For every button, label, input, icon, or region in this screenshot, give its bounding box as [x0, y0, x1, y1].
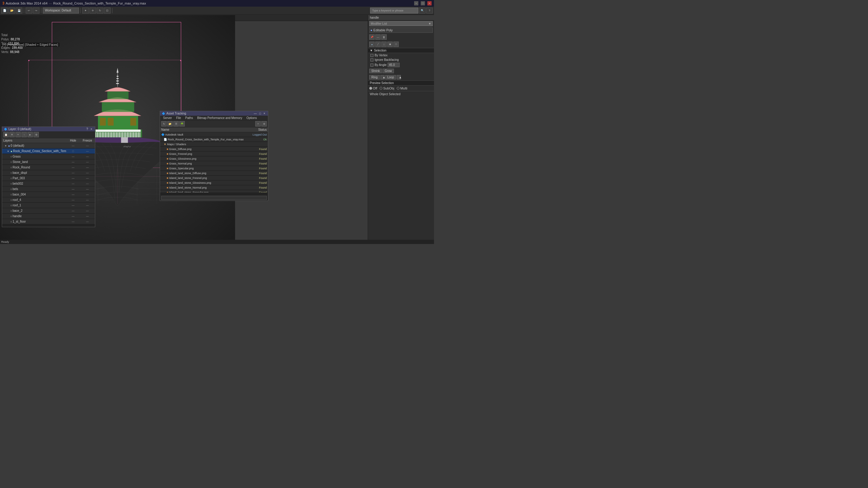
- open-button[interactable]: 📂: [8, 7, 15, 13]
- asset-row-island-diff[interactable]: ■ Island_land_stone_Diffuse.png Found: [160, 171, 268, 175]
- layer-hide-default[interactable]: —: [66, 144, 80, 147]
- asset-menu-file[interactable]: File: [174, 116, 183, 120]
- layer-move-sel-button[interactable]: ►: [27, 132, 33, 137]
- layer-hide-bels[interactable]: —: [66, 188, 80, 191]
- asset-row-grass-diff[interactable]: ■ Grass_Diffuse.png Found: [160, 147, 268, 152]
- layer-move-up-button[interactable]: ↑: [22, 132, 27, 137]
- layer-row-bace2[interactable]: ◊ bace_2 — —: [2, 208, 95, 214]
- layer-hide-bels002[interactable]: —: [66, 182, 80, 185]
- layer-hide-rock[interactable]: □: [66, 150, 80, 153]
- ring-arrow-btn[interactable]: ▲: [380, 75, 384, 79]
- scale-button[interactable]: ⊡: [104, 7, 111, 13]
- layer-row-handle[interactable]: ◊ handle — —: [2, 214, 95, 219]
- layer-freeze-roof4[interactable]: —: [80, 198, 95, 201]
- vertex-icon[interactable]: ●: [369, 41, 375, 47]
- asset-row-grass-fresnel[interactable]: ■ Grass_Fresnel.png Found: [160, 152, 268, 156]
- new-button[interactable]: 📄: [1, 7, 8, 13]
- asset-minimize-button[interactable]: —: [253, 112, 258, 115]
- unpin-icon[interactable]: —: [375, 34, 381, 40]
- asset-row-grass-spec[interactable]: ■ Grass_Specular.png Found: [160, 166, 268, 171]
- asset-help-button[interactable]: ?: [255, 121, 261, 127]
- edge-icon[interactable]: ╱: [375, 41, 381, 47]
- asset-maximize-button[interactable]: □: [258, 112, 262, 115]
- layer-hide-handle[interactable]: —: [66, 215, 80, 218]
- layer-freeze-floor1[interactable]: —: [80, 220, 95, 223]
- layer-hide-bace[interactable]: —: [66, 171, 80, 174]
- layer-add-button[interactable]: +: [16, 132, 21, 137]
- search-input[interactable]: Type a keyword or phrase: [370, 7, 418, 13]
- delete-icon[interactable]: 🗑: [381, 34, 387, 40]
- asset-row-vault[interactable]: 🔷 Autodesk Vault Logged Out: [160, 132, 268, 137]
- border-icon[interactable]: □: [381, 41, 387, 47]
- asset-menu-options[interactable]: Options: [245, 116, 258, 120]
- off-radio[interactable]: [369, 87, 372, 90]
- layer-freeze-default[interactable]: —: [80, 144, 95, 147]
- asset-row-island-gloss[interactable]: ■ Island_land_stone_Glossiness.png Found: [160, 181, 268, 185]
- loop-button[interactable]: Loop: [385, 75, 396, 79]
- asset-resolve-button[interactable]: 📁: [167, 121, 173, 127]
- redo-button[interactable]: ↪: [33, 7, 39, 13]
- layer-hide-roof1[interactable]: —: [66, 204, 80, 207]
- asset-menu-server[interactable]: Server: [161, 116, 174, 120]
- editable-poly-item[interactable]: ■ Editable Poly: [369, 27, 433, 33]
- layer-row-bels[interactable]: ◊ bels — —: [2, 187, 95, 192]
- modifier-list[interactable]: Modifier List ▼: [369, 21, 433, 26]
- layer-hide-rock2[interactable]: —: [66, 166, 80, 169]
- layer-hide-stone[interactable]: —: [66, 161, 80, 164]
- element-icon[interactable]: ⬡: [393, 41, 399, 47]
- close-button[interactable]: ×: [427, 1, 432, 5]
- layer-freeze-part003[interactable]: —: [80, 177, 95, 180]
- save-button[interactable]: 💾: [16, 7, 22, 13]
- asset-menu-paths[interactable]: Paths: [184, 116, 195, 120]
- layer-row-stone[interactable]: ◊ Stone_land — —: [2, 159, 95, 165]
- layer-freeze-rock[interactable]: —: [80, 150, 95, 153]
- layer-new-button[interactable]: 📋: [3, 132, 9, 137]
- layer-freeze-handle[interactable]: —: [80, 215, 95, 218]
- layer-freeze-bels[interactable]: —: [80, 188, 95, 191]
- layer-help-button[interactable]: ?: [86, 127, 89, 131]
- asset-row-island-spec[interactable]: ■ Island_land_stone_Specular.png Found: [160, 190, 268, 193]
- layer-row-rock-round[interactable]: ▼ ■ Rock_Round_Cross_Section_with_Temple…: [2, 149, 95, 154]
- asset-row-island-normal[interactable]: ■ Island_land_stone_Normal.png Found: [160, 185, 268, 190]
- layer-freeze-bace004[interactable]: —: [80, 193, 95, 196]
- layer-row-grass[interactable]: ◊ Grass — —: [2, 154, 95, 159]
- layer-row-1stfloor[interactable]: ◊ 1_st_floor — —: [2, 219, 95, 224]
- layer-hide-grass[interactable]: —: [66, 155, 80, 158]
- layer-row-default[interactable]: ▼ ■ 0 (default) — —: [2, 143, 95, 149]
- layer-freeze-grass[interactable]: —: [80, 155, 95, 158]
- asset-row-grass-gloss[interactable]: ■ Grass_Glossiness.png Found: [160, 156, 268, 161]
- layer-hide-bace004[interactable]: —: [66, 193, 80, 196]
- maximize-button[interactable]: □: [421, 1, 425, 5]
- layer-row-bels002[interactable]: ◊ bels002 — —: [2, 181, 95, 187]
- asset-menu-bitmap[interactable]: Bitmap Performance and Memory: [195, 116, 244, 120]
- grow-button[interactable]: Grow: [382, 69, 394, 73]
- layer-freeze-bels002[interactable]: —: [80, 182, 95, 185]
- asset-settings-button[interactable]: ⚙: [261, 121, 267, 127]
- shrink-button[interactable]: Shrink: [369, 69, 382, 73]
- asset-close-button[interactable]: ×: [262, 112, 266, 115]
- layer-row-roof4[interactable]: ◊ roof_4 — —: [2, 197, 95, 203]
- polygon-icon[interactable]: ▣: [387, 41, 393, 47]
- asset-refresh-button[interactable]: ↻: [161, 121, 167, 127]
- minimize-button[interactable]: −: [414, 1, 418, 5]
- asset-row-mainfile[interactable]: 📄 Rock_Round_Cross_Section_with_Temple_F…: [160, 137, 268, 142]
- asset-path-input[interactable]: [161, 196, 267, 200]
- by-angle-checkbox[interactable]: [370, 64, 373, 67]
- ignore-backfacing-checkbox[interactable]: [370, 59, 373, 61]
- layer-freeze-bace[interactable]: —: [80, 171, 95, 174]
- layer-freeze-rock2[interactable]: —: [80, 166, 95, 169]
- workspace-selector[interactable]: Workspace: Default: [43, 7, 79, 13]
- layer-freeze-stone[interactable]: —: [80, 161, 95, 164]
- layer-row-roof1[interactable]: ◊ roof_1 — —: [2, 203, 95, 208]
- subobj-radio[interactable]: [379, 87, 382, 90]
- asset-row-maps-group[interactable]: ▼ Maps / Shaders: [160, 142, 268, 147]
- layer-hide-floor1[interactable]: —: [66, 220, 80, 223]
- layer-freeze-bace2[interactable]: —: [80, 209, 95, 213]
- search-button[interactable]: 🔍: [419, 7, 426, 13]
- layer-close-button[interactable]: ×: [90, 127, 93, 131]
- asset-scroll-horizontal[interactable]: [160, 193, 268, 195]
- select-button[interactable]: ✦: [82, 7, 89, 13]
- multi-radio[interactable]: [397, 87, 400, 90]
- layer-scroll-horizontal[interactable]: [2, 224, 95, 227]
- layer-row-bace004[interactable]: ◊ bace_004 — —: [2, 192, 95, 197]
